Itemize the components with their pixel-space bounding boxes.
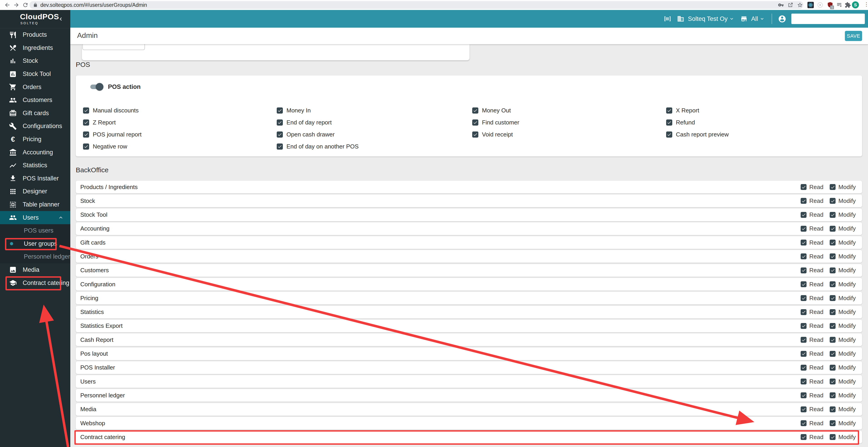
- sidebar-item-pos-installer[interactable]: POS Installer: [0, 172, 70, 185]
- checkbox-checked[interactable]: [83, 143, 89, 150]
- read-checkbox[interactable]: [801, 226, 807, 232]
- checkbox-checked[interactable]: [277, 107, 283, 114]
- share-icon[interactable]: [787, 2, 794, 8]
- save-button[interactable]: SAVE: [845, 31, 862, 41]
- pos-action-toggle[interactable]: [90, 85, 102, 89]
- sidebar-item-pricing[interactable]: €Pricing: [0, 133, 70, 146]
- modify-checkbox[interactable]: [830, 295, 836, 301]
- read-checkbox[interactable]: [801, 253, 807, 259]
- key-icon[interactable]: [778, 2, 784, 8]
- read-checkbox[interactable]: [801, 323, 807, 329]
- sidebar-item-configurations[interactable]: Configurations: [0, 120, 70, 133]
- sidebar-item-ingredients[interactable]: Ingredients: [0, 41, 70, 55]
- sidebar-collapse-icon[interactable]: [58, 16, 64, 22]
- bookmark-star-icon[interactable]: [797, 2, 803, 8]
- company-selector[interactable]: Solteq Test Oy: [688, 15, 727, 23]
- chevron-down-icon[interactable]: [760, 16, 765, 22]
- modify-checkbox[interactable]: [830, 379, 836, 384]
- modify-checkbox[interactable]: [830, 420, 836, 426]
- read-checkbox[interactable]: [801, 337, 807, 343]
- read-checkbox[interactable]: [801, 240, 807, 246]
- row-permissions: ReadModify: [801, 420, 856, 427]
- sidebar-item-user-groups[interactable]: User groups: [0, 237, 70, 251]
- sidebar-item-accounting[interactable]: Accounting: [0, 146, 70, 159]
- checkbox-checked[interactable]: [472, 107, 478, 114]
- modify-checkbox[interactable]: [830, 309, 836, 315]
- checkbox-checked[interactable]: [277, 143, 283, 150]
- sidebar-item-contract-catering[interactable]: Contract catering: [0, 276, 70, 289]
- read-checkbox[interactable]: [801, 407, 807, 412]
- puzzle-extensions-icon[interactable]: [845, 2, 851, 8]
- url-bar[interactable]: dev.solteqpos.com/#/users/userGroups/Adm…: [30, 1, 803, 9]
- chevron-down-icon[interactable]: [729, 16, 735, 22]
- sidebar-item-personnel-ledger[interactable]: Personnel ledger: [0, 250, 70, 263]
- company-building-icon[interactable]: [677, 15, 684, 23]
- read-checkbox[interactable]: [801, 434, 807, 440]
- checkbox-checked[interactable]: [83, 107, 89, 114]
- read-checkbox[interactable]: [801, 392, 807, 398]
- forward-icon[interactable]: [13, 2, 20, 8]
- read-checkbox[interactable]: [801, 420, 807, 426]
- backoffice-row-pricing: PricingReadModify: [76, 292, 862, 305]
- modify-checkbox[interactable]: [830, 184, 836, 190]
- modify-checkbox[interactable]: [830, 253, 836, 259]
- modify-checkbox[interactable]: [830, 198, 836, 204]
- extension-circle-icon[interactable]: [817, 2, 823, 8]
- sidebar-item-users[interactable]: Users: [0, 211, 70, 224]
- checkbox-checked[interactable]: [83, 120, 89, 126]
- reading-list-icon[interactable]: [836, 2, 842, 8]
- modify-checkbox[interactable]: [830, 267, 836, 274]
- sidebar-item-statistics[interactable]: Statistics: [0, 159, 70, 172]
- checkbox-checked[interactable]: [666, 131, 672, 137]
- modify-checkbox[interactable]: [830, 337, 836, 343]
- sidebar-item-customers[interactable]: Customers: [0, 94, 70, 107]
- sidebar-item-gift-cards[interactable]: Gift cards: [0, 107, 70, 120]
- react-devtools-icon[interactable]: [807, 2, 814, 8]
- read-checkbox[interactable]: [801, 351, 807, 357]
- checkbox-checked[interactable]: [472, 120, 478, 126]
- sidebar-item-media[interactable]: Media: [0, 263, 70, 277]
- store-filter-selector[interactable]: All: [751, 15, 758, 23]
- modify-checkbox[interactable]: [830, 365, 836, 371]
- sidebar-item-pos-users[interactable]: POS users: [0, 224, 70, 237]
- sidebar-item-orders[interactable]: Orders: [0, 81, 70, 94]
- modify-checkbox[interactable]: [830, 240, 836, 246]
- modify-checkbox[interactable]: [830, 226, 836, 232]
- sidebar-item-products[interactable]: Products: [0, 28, 70, 41]
- modify-checkbox[interactable]: [830, 281, 836, 287]
- checkbox-checked[interactable]: [277, 120, 283, 126]
- modify-checkbox[interactable]: [830, 434, 836, 440]
- read-checkbox[interactable]: [801, 198, 807, 204]
- sidebar-item-stock[interactable]: Stock: [0, 55, 70, 68]
- browser-profile-avatar[interactable]: S: [852, 1, 859, 8]
- modify-checkbox[interactable]: [830, 351, 836, 357]
- read-checkbox[interactable]: [801, 365, 807, 371]
- checkbox-checked[interactable]: [666, 107, 672, 114]
- sidebar-item-table-planner[interactable]: Table planner: [0, 198, 70, 211]
- sidebar-item-designer[interactable]: Designer: [0, 185, 70, 198]
- store-icon[interactable]: [740, 15, 748, 23]
- read-checkbox[interactable]: [801, 267, 807, 274]
- read-checkbox[interactable]: [801, 295, 807, 301]
- user-account-icon[interactable]: [778, 15, 786, 23]
- modify-checkbox[interactable]: [830, 392, 836, 398]
- read-checkbox[interactable]: [801, 184, 807, 190]
- read-checkbox[interactable]: [801, 309, 807, 315]
- browser-menu-icon[interactable]: ⋮: [864, 1, 868, 7]
- read-checkbox[interactable]: [801, 212, 807, 218]
- modify-checkbox[interactable]: [830, 323, 836, 329]
- checkbox-checked[interactable]: [277, 131, 283, 137]
- sidebar-item-stock-tool[interactable]: Stock Tool: [0, 68, 70, 81]
- checkbox-checked[interactable]: [472, 131, 478, 137]
- barcode-scan-icon[interactable]: [664, 15, 671, 23]
- modify-checkbox[interactable]: [830, 407, 836, 412]
- modify-checkbox[interactable]: [830, 212, 836, 218]
- partial-text-input[interactable]: [82, 44, 145, 50]
- back-icon[interactable]: [4, 2, 10, 8]
- reload-icon[interactable]: [22, 2, 29, 8]
- checkbox-checked[interactable]: [666, 120, 672, 126]
- read-checkbox[interactable]: [801, 281, 807, 287]
- read-checkbox[interactable]: [801, 379, 807, 384]
- checkbox-checked[interactable]: [83, 131, 89, 137]
- header-search-input[interactable]: [791, 13, 865, 24]
